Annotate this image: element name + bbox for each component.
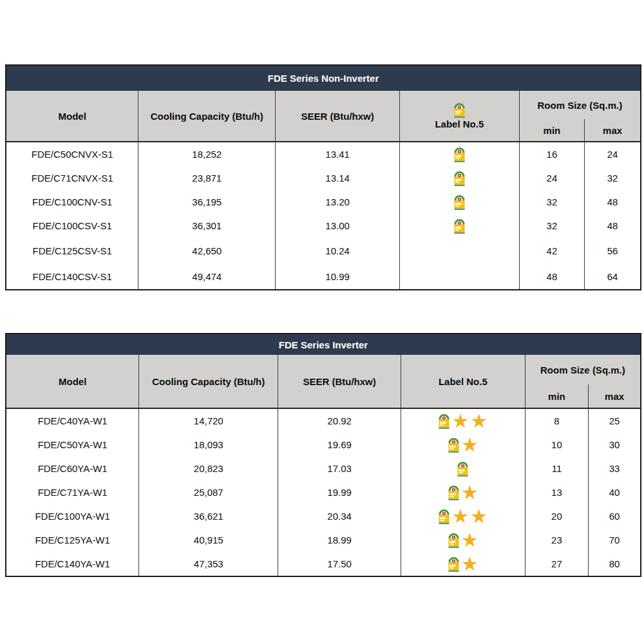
cooling-capacity-cell: 23,871 — [138, 166, 276, 190]
label-rating-group — [457, 457, 469, 480]
seer-cell: 19.99 — [278, 480, 401, 504]
label-no5-cell — [399, 166, 519, 190]
label-no5-cell — [399, 214, 519, 238]
star-icon: ★ — [461, 556, 478, 573]
cooling-capacity-cell: 49,474 — [138, 263, 276, 289]
energy-label-no5-icon — [448, 556, 460, 572]
model-cell: FDE/C50CNVX-S1 — [6, 142, 138, 166]
table-row: FDE/C60YA-W120,82317.031133 — [6, 457, 640, 480]
room-max-cell: 60 — [589, 504, 640, 528]
label-no5-cell: ★★ — [401, 408, 525, 433]
table-row: FDE/C140YA-W147,35317.50★2780 — [6, 552, 640, 576]
room-min-cell: 42 — [519, 238, 584, 263]
model-cell: FDE/C100CNV-S1 — [6, 190, 138, 214]
column-header-seer: SEER (Btu/hxw) — [278, 355, 401, 408]
star-icon: ★ — [461, 484, 478, 501]
cooling-capacity-cell: 36,621 — [139, 504, 278, 528]
table-row: FDE/C71CNVX-S123,87113.142432 — [6, 166, 640, 190]
star-icon: ★ — [451, 413, 469, 430]
model-cell: FDE/C71CNVX-S1 — [6, 166, 138, 190]
room-max-cell: 33 — [589, 457, 640, 480]
energy-label-no5-icon — [448, 437, 460, 453]
label-no5-cell: ★★ — [401, 504, 525, 528]
room-min-cell: 10 — [525, 433, 588, 457]
cooling-capacity-cell: 36,301 — [138, 214, 276, 238]
model-cell: FDE/C71YA-W1 — [6, 480, 139, 504]
table-header: Model Cooling Capacity (Btu/h) SEER (Btu… — [6, 91, 640, 142]
table-row: FDE/C100YA-W136,62120.34★★2060 — [6, 504, 640, 528]
table-row: FDE/C71YA-W125,08719.99★1340 — [6, 480, 640, 504]
star-icon: ★ — [451, 508, 469, 525]
room-min-cell: 13 — [525, 480, 588, 504]
non-inverter-table-section: FDE Series Non-Inverter Model Cooling Ca… — [5, 64, 641, 290]
room-min-cell: 32 — [519, 214, 584, 238]
seer-cell: 19.69 — [278, 433, 401, 457]
model-cell: FDE/C100CSV-S1 — [6, 214, 138, 238]
seer-cell: 20.34 — [278, 504, 401, 528]
room-min-cell: 27 — [525, 552, 588, 576]
room-min-cell: 24 — [519, 166, 584, 190]
label-no5-cell — [399, 142, 519, 166]
room-min-cell: 23 — [525, 528, 588, 552]
column-header-label-no5: Label No.5 — [401, 355, 525, 408]
label-no5-cell: ★ — [401, 552, 525, 576]
energy-label-no5-icon — [448, 533, 460, 548]
seer-cell: 10.24 — [276, 238, 400, 263]
table-row: FDE/C40YA-W114,72020.92★★825 — [6, 408, 640, 433]
inverter-table-section: FDE Series Inverter Model Cooling Capaci… — [5, 333, 641, 577]
column-header-cooling-capacity: Cooling Capacity (Btu/h) — [139, 355, 278, 408]
label-no5-cell — [399, 238, 519, 263]
seer-cell: 18.99 — [278, 528, 401, 552]
table-row: FDE/C50CNVX-S118,25213.411624 — [6, 142, 640, 166]
label-rating-group — [453, 142, 466, 166]
room-max-cell: 25 — [589, 408, 640, 433]
room-max-cell: 32 — [585, 166, 640, 190]
table-row: FDE/C100CNV-S136,19513.203248 — [6, 190, 640, 214]
column-header-room-min: min — [519, 119, 584, 142]
table-title: FDE Series Inverter — [6, 334, 640, 355]
energy-label-no5-icon — [453, 171, 466, 186]
spec-table: Model Cooling Capacity (Btu/h) SEER (Btu… — [6, 91, 640, 289]
model-cell: FDE/C140YA-W1 — [6, 552, 139, 576]
seer-cell: 20.92 — [278, 408, 401, 433]
label-rating-group: ★ — [448, 433, 478, 457]
cooling-capacity-cell: 14,720 — [139, 408, 278, 433]
energy-label-no5-icon — [438, 509, 450, 524]
column-header-room-max: max — [589, 384, 640, 408]
label-no5-cell — [399, 263, 519, 289]
label-rating-group: ★★ — [438, 504, 488, 528]
model-cell: FDE/C60YA-W1 — [6, 457, 139, 480]
table-row: FDE/C125CSV-S142,65010.244256 — [6, 238, 640, 263]
energy-label-no5-icon — [448, 485, 460, 500]
energy-label-no5-icon — [453, 102, 466, 118]
room-min-cell: 8 — [525, 408, 588, 433]
room-min-cell: 32 — [519, 190, 584, 214]
label-rating-group — [453, 214, 466, 238]
seer-cell: 13.00 — [276, 214, 400, 238]
label-no5-cell: ★ — [401, 528, 525, 552]
energy-label-no5-icon — [453, 218, 466, 234]
column-header-cooling-capacity: Cooling Capacity (Btu/h) — [138, 91, 276, 142]
room-min-cell: 16 — [519, 142, 584, 166]
cooling-capacity-cell: 20,823 — [139, 457, 278, 480]
label-rating-group: ★ — [448, 480, 478, 504]
cooling-capacity-cell: 40,915 — [139, 528, 278, 552]
spec-table: Model Cooling Capacity (Btu/h) SEER (Btu… — [6, 355, 640, 576]
seer-cell: 13.41 — [276, 142, 400, 166]
column-header-room-min: min — [525, 384, 588, 408]
room-max-cell: 24 — [585, 142, 640, 166]
room-max-cell: 70 — [589, 528, 640, 552]
table-body: FDE/C40YA-W114,72020.92★★825FDE/C50YA-W1… — [6, 408, 640, 576]
star-icon: ★ — [461, 437, 478, 453]
seer-cell: 10.99 — [276, 263, 400, 289]
model-cell: FDE/C125YA-W1 — [6, 528, 139, 552]
cooling-capacity-cell: 18,093 — [139, 433, 278, 457]
room-max-cell: 40 — [589, 480, 640, 504]
room-min-cell: 11 — [525, 457, 588, 480]
label-rating-group — [453, 190, 466, 214]
table-body: FDE/C50CNVX-S118,25213.411624FDE/C71CNVX… — [6, 142, 640, 289]
seer-cell: 17.03 — [278, 457, 401, 480]
cooling-capacity-cell: 25,087 — [139, 480, 278, 504]
column-header-seer: SEER (Btu/hxw) — [276, 91, 400, 142]
energy-label-no5-icon — [453, 147, 466, 162]
